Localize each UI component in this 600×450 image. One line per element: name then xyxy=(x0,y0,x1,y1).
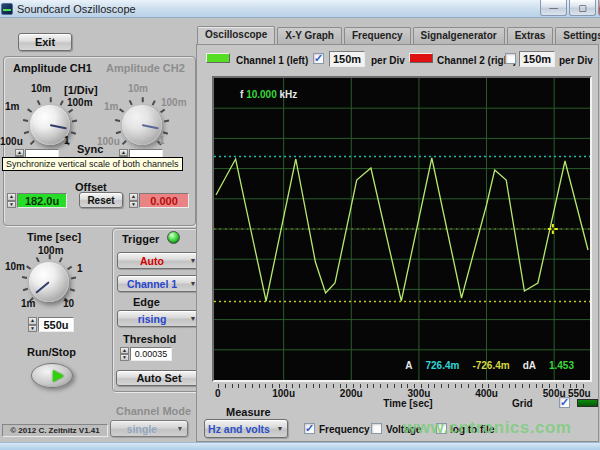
knob-tick xyxy=(70,288,75,291)
sync-label: Sync xyxy=(77,143,103,155)
offset-reset-button[interactable]: Reset xyxy=(79,192,123,208)
voltage-checkbox[interactable] xyxy=(371,423,382,434)
knob-tick xyxy=(37,100,41,105)
grid-label: Grid xyxy=(512,398,533,409)
trigger-mode-dropdown[interactable]: Auto ▼ xyxy=(117,252,201,269)
channel2-checkbox[interactable] xyxy=(505,53,516,64)
knob-tick xyxy=(141,98,143,103)
runstop-toggle[interactable] xyxy=(31,363,73,388)
freq-value: 10.000 xyxy=(246,89,277,100)
meas-a-top: 726.4m xyxy=(425,360,459,371)
maximize-button[interactable]: ▢ xyxy=(569,0,596,16)
waveform-plot xyxy=(214,78,590,380)
ch1-knob-label-100u: 100u xyxy=(0,136,23,147)
knob-tick xyxy=(116,131,121,134)
measure-mode-value: Hz and volts xyxy=(205,423,273,435)
offset-ch1-value[interactable]: 182.0u xyxy=(17,193,67,208)
chevron-down-icon: ▼ xyxy=(173,425,187,432)
offset-ch2-spinner[interactable]: ▲▼ xyxy=(129,193,138,208)
knob-tick xyxy=(27,108,32,112)
time-knob-label-100m: 100m xyxy=(38,245,64,256)
x-tick-label: 550u xyxy=(568,388,591,399)
frequency-readout: f 10.000 kHz xyxy=(240,89,297,100)
channel-mode-dropdown[interactable]: single ▼ xyxy=(110,420,188,437)
freq-prefix: f xyxy=(240,89,243,100)
knob-tick xyxy=(23,120,28,122)
knob-tick xyxy=(71,277,76,279)
tab-signalgenerator[interactable]: Signalgenerator xyxy=(413,27,505,44)
channel2-scale-field[interactable]: 150m xyxy=(519,51,555,67)
knob-tick xyxy=(30,140,35,145)
offset-ch1-spinner[interactable]: ▲▼ xyxy=(7,193,16,208)
knob-tick xyxy=(23,288,28,291)
knob-tick xyxy=(59,257,63,262)
chevron-down-icon: ▼ xyxy=(273,425,287,432)
autoset-button[interactable]: Auto Set xyxy=(116,370,202,386)
grid-checkbox[interactable] xyxy=(559,397,570,408)
trigger-source-value: Channel 1 xyxy=(118,278,186,290)
tab-xy-graph[interactable]: X-Y Graph xyxy=(277,27,342,44)
runstop-label: Run/Stop xyxy=(27,346,76,358)
trigger-edge-dropdown[interactable]: rising ▼ xyxy=(117,310,201,327)
ch2-knob-label-1m: 1m xyxy=(104,101,118,112)
tab-oscilloscope[interactable]: Oscilloscope xyxy=(197,26,275,44)
x-tick-label: 0 xyxy=(215,388,221,399)
edge-title: Edge xyxy=(133,296,160,308)
time-title: Time [sec] xyxy=(27,231,81,243)
trigger-mode-value: Auto xyxy=(118,255,186,267)
channel1-checkbox[interactable] xyxy=(313,53,324,64)
frequency-checkbox[interactable] xyxy=(304,423,315,434)
knob-tick xyxy=(36,257,40,262)
copyright-label: © 2012 C. Zeitnitz V1.41 xyxy=(2,424,108,437)
ch2-knob-label-10m: 10m xyxy=(128,83,148,94)
time-knob-label-10: 10 xyxy=(63,298,74,309)
measure-mode-dropdown[interactable]: Hz and volts ▼ xyxy=(204,419,288,438)
soundcard-oscilloscope-window: { "window": { "title": "Soundcard Oszill… xyxy=(0,0,600,450)
knob-tick xyxy=(152,100,156,105)
tab-extras[interactable]: Extras xyxy=(507,27,554,44)
amplitude-ch2-title: Amplitude CH2 xyxy=(106,62,185,74)
meas-a-label: A xyxy=(405,360,412,371)
ch1-knob-label-1m: 1m xyxy=(5,101,19,112)
amplitude-readout: A 726.4m -726.4m dA 1.453 xyxy=(405,360,574,371)
threshold-title: Threshold xyxy=(123,333,176,345)
knob-tick xyxy=(26,265,31,269)
knob-tick xyxy=(68,108,73,112)
knob-tick xyxy=(60,100,64,105)
knob-tick xyxy=(72,120,77,122)
title-bar: Soundcard Oszilloscope — ▢ ✕ xyxy=(0,0,600,18)
channel-mode-value: single xyxy=(111,423,173,435)
app-icon xyxy=(1,3,13,15)
trigger-led xyxy=(167,231,180,244)
ch2-knob-label-1: 1 xyxy=(159,135,165,146)
knob-tick xyxy=(119,108,124,112)
ch1-knob-label-100m: 100m xyxy=(67,97,93,108)
knob-tick xyxy=(129,100,133,105)
time-value-field[interactable]: 550u xyxy=(38,317,74,332)
tab-settings[interactable]: Settings xyxy=(555,27,600,44)
meas-da-value: 1.453 xyxy=(549,360,574,371)
knob-tick xyxy=(67,265,72,269)
channel1-scale-field[interactable]: 150m xyxy=(329,51,365,67)
grid-color-bar[interactable] xyxy=(577,399,598,407)
threshold-field[interactable]: 0.00035 xyxy=(130,347,172,361)
window-bottom-border xyxy=(0,442,600,450)
time-value-spinner[interactable]: ▲▼ xyxy=(28,317,37,332)
trigger-edge-value: rising xyxy=(118,313,186,325)
trigger-source-dropdown[interactable]: Channel 1 ▼ xyxy=(117,275,201,292)
tab-frequency[interactable]: Frequency xyxy=(344,27,411,44)
channel2-color-swatch xyxy=(409,53,433,63)
offset-ch2-value[interactable]: 0.000 xyxy=(139,193,189,208)
scope-display[interactable]: f 10.000 kHz A 726.4m -726.4m dA 1.453 xyxy=(212,76,592,382)
exit-button[interactable]: Exit xyxy=(18,33,72,51)
time-knob-label-1m: 1m xyxy=(21,298,35,309)
minimize-button[interactable]: — xyxy=(540,0,567,16)
frequency-checkbox-label: Frequency xyxy=(319,424,370,435)
meas-da-label: dA xyxy=(523,360,536,371)
knob-tick xyxy=(160,108,165,112)
threshold-spinner[interactable]: ▲▼ xyxy=(120,347,129,361)
watermark: www.cntronics.com xyxy=(403,418,571,438)
x-tick-label: 200u xyxy=(340,388,363,399)
knob-tick xyxy=(164,120,169,122)
ch1-knob-label-1: 1 xyxy=(64,135,70,146)
